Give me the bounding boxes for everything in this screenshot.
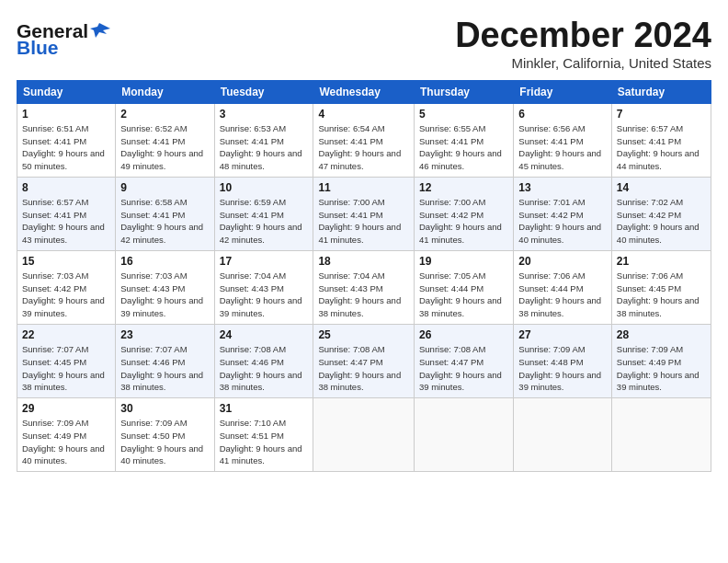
day-number: 23 bbox=[120, 328, 209, 341]
day-info: Sunrise: 7:03 AMSunset: 4:43 PMDaylight:… bbox=[120, 270, 209, 320]
week-row-5: 29Sunrise: 7:09 AMSunset: 4:49 PMDayligh… bbox=[17, 398, 711, 472]
day-info: Sunrise: 6:55 AMSunset: 4:41 PMDaylight:… bbox=[419, 122, 508, 173]
day-number: 2 bbox=[120, 108, 209, 121]
header-cell-monday: Monday bbox=[116, 80, 214, 103]
day-cell: 26Sunrise: 7:08 AMSunset: 4:47 PMDayligh… bbox=[415, 324, 514, 397]
day-info: Sunrise: 7:09 AMSunset: 4:49 PMDaylight:… bbox=[22, 417, 110, 467]
title-block: December 2024 Minkler, California, Unite… bbox=[455, 17, 711, 71]
day-info: Sunrise: 7:04 AMSunset: 4:43 PMDaylight:… bbox=[318, 270, 409, 320]
day-number: 4 bbox=[318, 108, 409, 121]
week-row-4: 22Sunrise: 7:07 AMSunset: 4:45 PMDayligh… bbox=[17, 324, 711, 397]
day-cell: 29Sunrise: 7:09 AMSunset: 4:49 PMDayligh… bbox=[17, 398, 116, 472]
calendar-table: SundayMondayTuesdayWednesdayThursdayFrid… bbox=[17, 80, 711, 472]
week-row-1: 1Sunrise: 6:51 AMSunset: 4:41 PMDaylight… bbox=[17, 103, 711, 177]
logo-bird-icon bbox=[90, 21, 110, 41]
day-number: 19 bbox=[419, 255, 508, 268]
day-number: 11 bbox=[318, 181, 409, 194]
day-number: 15 bbox=[22, 255, 110, 268]
header-cell-wednesday: Wednesday bbox=[313, 80, 415, 103]
day-info: Sunrise: 7:09 AMSunset: 4:49 PMDaylight:… bbox=[617, 343, 706, 394]
day-info: Sunrise: 7:05 AMSunset: 4:44 PMDaylight:… bbox=[419, 270, 508, 320]
week-row-2: 8Sunrise: 6:57 AMSunset: 4:41 PMDaylight… bbox=[17, 177, 711, 250]
day-number: 28 bbox=[617, 328, 706, 341]
day-info: Sunrise: 7:01 AMSunset: 4:42 PMDaylight:… bbox=[518, 196, 607, 247]
day-cell: 5Sunrise: 6:55 AMSunset: 4:41 PMDaylight… bbox=[415, 103, 514, 177]
day-info: Sunrise: 7:07 AMSunset: 4:46 PMDaylight:… bbox=[120, 343, 209, 394]
day-number: 25 bbox=[318, 328, 409, 341]
header-cell-saturday: Saturday bbox=[611, 80, 711, 103]
week-row-3: 15Sunrise: 7:03 AMSunset: 4:42 PMDayligh… bbox=[17, 250, 711, 324]
day-cell bbox=[415, 398, 514, 472]
day-number: 24 bbox=[220, 328, 309, 341]
header-cell-friday: Friday bbox=[514, 80, 612, 103]
day-number: 12 bbox=[419, 181, 508, 194]
logo-blue: Blue bbox=[17, 37, 59, 59]
day-info: Sunrise: 6:57 AMSunset: 4:41 PMDaylight:… bbox=[22, 196, 110, 247]
day-number: 7 bbox=[617, 108, 706, 121]
day-number: 27 bbox=[518, 328, 607, 341]
day-info: Sunrise: 6:54 AMSunset: 4:41 PMDaylight:… bbox=[318, 122, 409, 173]
day-cell: 7Sunrise: 6:57 AMSunset: 4:41 PMDaylight… bbox=[611, 103, 711, 177]
day-number: 21 bbox=[617, 255, 706, 268]
day-number: 3 bbox=[220, 108, 309, 121]
day-number: 30 bbox=[120, 402, 209, 415]
day-cell: 31Sunrise: 7:10 AMSunset: 4:51 PMDayligh… bbox=[214, 398, 313, 472]
day-number: 13 bbox=[518, 181, 607, 194]
day-info: Sunrise: 7:06 AMSunset: 4:45 PMDaylight:… bbox=[617, 270, 706, 320]
day-info: Sunrise: 7:08 AMSunset: 4:47 PMDaylight:… bbox=[318, 343, 409, 394]
day-info: Sunrise: 7:09 AMSunset: 4:48 PMDaylight:… bbox=[518, 343, 607, 394]
day-info: Sunrise: 7:00 AMSunset: 4:42 PMDaylight:… bbox=[419, 196, 508, 247]
day-cell bbox=[611, 398, 711, 472]
day-number: 18 bbox=[318, 255, 409, 268]
day-info: Sunrise: 6:57 AMSunset: 4:41 PMDaylight:… bbox=[617, 122, 706, 173]
day-cell: 30Sunrise: 7:09 AMSunset: 4:50 PMDayligh… bbox=[116, 398, 214, 472]
day-number: 16 bbox=[120, 255, 209, 268]
day-info: Sunrise: 7:06 AMSunset: 4:44 PMDaylight:… bbox=[518, 270, 607, 320]
day-info: Sunrise: 6:52 AMSunset: 4:41 PMDaylight:… bbox=[120, 122, 209, 173]
day-cell: 17Sunrise: 7:04 AMSunset: 4:43 PMDayligh… bbox=[214, 250, 313, 324]
day-cell: 10Sunrise: 6:59 AMSunset: 4:41 PMDayligh… bbox=[214, 177, 313, 250]
day-info: Sunrise: 7:09 AMSunset: 4:50 PMDaylight:… bbox=[120, 417, 209, 467]
day-cell: 25Sunrise: 7:08 AMSunset: 4:47 PMDayligh… bbox=[313, 324, 415, 397]
header-cell-sunday: Sunday bbox=[17, 80, 116, 103]
day-number: 26 bbox=[419, 328, 508, 341]
day-info: Sunrise: 7:02 AMSunset: 4:42 PMDaylight:… bbox=[617, 196, 706, 247]
day-cell: 9Sunrise: 6:58 AMSunset: 4:41 PMDaylight… bbox=[116, 177, 214, 250]
header-row: SundayMondayTuesdayWednesdayThursdayFrid… bbox=[17, 80, 711, 103]
day-info: Sunrise: 7:07 AMSunset: 4:45 PMDaylight:… bbox=[22, 343, 110, 394]
subtitle: Minkler, California, United States bbox=[455, 55, 711, 71]
day-number: 9 bbox=[120, 181, 209, 194]
day-info: Sunrise: 7:10 AMSunset: 4:51 PMDaylight:… bbox=[220, 417, 309, 467]
day-cell: 20Sunrise: 7:06 AMSunset: 4:44 PMDayligh… bbox=[514, 250, 612, 324]
day-cell: 8Sunrise: 6:57 AMSunset: 4:41 PMDaylight… bbox=[17, 177, 116, 250]
day-number: 14 bbox=[617, 181, 706, 194]
day-cell: 21Sunrise: 7:06 AMSunset: 4:45 PMDayligh… bbox=[611, 250, 711, 324]
day-cell: 22Sunrise: 7:07 AMSunset: 4:45 PMDayligh… bbox=[17, 324, 116, 397]
day-cell: 1Sunrise: 6:51 AMSunset: 4:41 PMDaylight… bbox=[17, 103, 116, 177]
day-cell: 3Sunrise: 6:53 AMSunset: 4:41 PMDaylight… bbox=[214, 103, 313, 177]
day-number: 17 bbox=[220, 255, 309, 268]
day-cell: 13Sunrise: 7:01 AMSunset: 4:42 PMDayligh… bbox=[514, 177, 612, 250]
day-number: 22 bbox=[22, 328, 110, 341]
page: General Blue December 2024 Minkler, Cali… bbox=[0, 0, 728, 563]
day-number: 8 bbox=[22, 181, 110, 194]
day-info: Sunrise: 6:53 AMSunset: 4:41 PMDaylight:… bbox=[220, 122, 309, 173]
day-cell: 18Sunrise: 7:04 AMSunset: 4:43 PMDayligh… bbox=[313, 250, 415, 324]
day-cell: 14Sunrise: 7:02 AMSunset: 4:42 PMDayligh… bbox=[611, 177, 711, 250]
day-info: Sunrise: 7:00 AMSunset: 4:41 PMDaylight:… bbox=[318, 196, 409, 247]
day-cell: 23Sunrise: 7:07 AMSunset: 4:46 PMDayligh… bbox=[116, 324, 214, 397]
day-info: Sunrise: 6:58 AMSunset: 4:41 PMDaylight:… bbox=[120, 196, 209, 247]
header: General Blue December 2024 Minkler, Cali… bbox=[17, 17, 711, 71]
day-info: Sunrise: 7:03 AMSunset: 4:42 PMDaylight:… bbox=[22, 270, 110, 320]
day-info: Sunrise: 7:08 AMSunset: 4:47 PMDaylight:… bbox=[419, 343, 508, 394]
day-number: 10 bbox=[220, 181, 309, 194]
header-cell-tuesday: Tuesday bbox=[214, 80, 313, 103]
day-cell: 19Sunrise: 7:05 AMSunset: 4:44 PMDayligh… bbox=[415, 250, 514, 324]
day-cell: 6Sunrise: 6:56 AMSunset: 4:41 PMDaylight… bbox=[514, 103, 612, 177]
logo: General Blue bbox=[17, 20, 110, 59]
day-cell: 11Sunrise: 7:00 AMSunset: 4:41 PMDayligh… bbox=[313, 177, 415, 250]
day-cell: 16Sunrise: 7:03 AMSunset: 4:43 PMDayligh… bbox=[116, 250, 214, 324]
day-cell: 15Sunrise: 7:03 AMSunset: 4:42 PMDayligh… bbox=[17, 250, 116, 324]
day-cell: 28Sunrise: 7:09 AMSunset: 4:49 PMDayligh… bbox=[611, 324, 711, 397]
day-number: 31 bbox=[220, 402, 309, 415]
